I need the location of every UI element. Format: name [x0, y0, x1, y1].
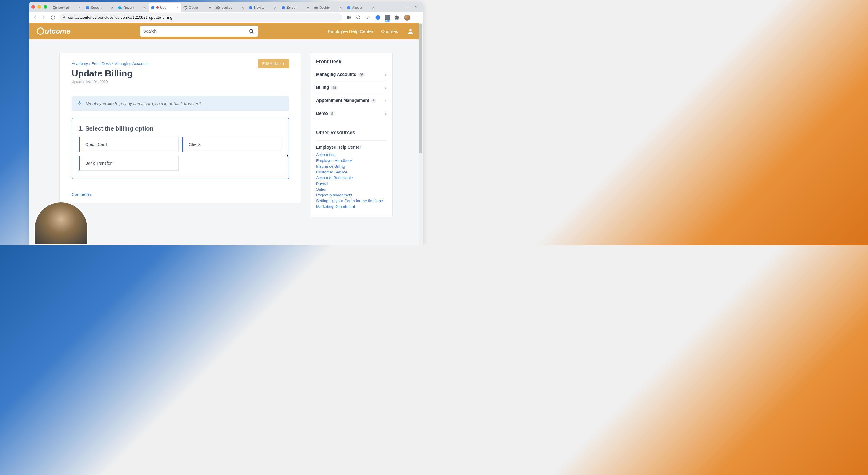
recording-indicator-icon [156, 6, 159, 9]
site-logo[interactable]: utcome [37, 27, 70, 35]
browser-tab[interactable]: Deskto× [312, 3, 345, 12]
scrollbar[interactable] [418, 23, 423, 245]
article-header: Academy/Front Desk/Managing Accounts Upd… [60, 53, 301, 90]
search-input[interactable] [143, 29, 245, 34]
minimize-window-button[interactable] [37, 5, 41, 9]
tab-close-icon[interactable]: × [339, 5, 343, 10]
breadcrumbs: Academy/Front Desk/Managing Accounts [72, 61, 289, 66]
browser-tab[interactable]: Screen× [279, 3, 312, 12]
tab-title: Recent [124, 6, 141, 9]
sidebar-resource-link[interactable]: Accounting [316, 152, 386, 158]
options-grid: Credit CardCheckBank Transfer [79, 137, 282, 171]
tab-title: Quote [189, 6, 207, 9]
sidebar-category-item[interactable]: Managing Accounts26› [316, 68, 386, 81]
svg-line-17 [252, 32, 254, 33]
tab-title: How to [254, 6, 272, 9]
sidebar-resource-link[interactable]: Sales [316, 186, 386, 192]
extensions-puzzle-icon[interactable] [395, 15, 400, 20]
chevron-right-icon: › [385, 85, 386, 90]
zoom-icon[interactable] [356, 15, 361, 20]
tab-close-icon[interactable]: × [143, 5, 147, 10]
tab-close-icon[interactable]: × [241, 5, 245, 10]
breadcrumb-link[interactable]: Managing Accounts [114, 61, 148, 66]
browser-tab[interactable]: Recent× [116, 3, 149, 12]
sidebar-category-item[interactable]: Billing19› [316, 81, 386, 94]
billing-option[interactable]: Bank Transfer [79, 156, 179, 171]
address-bar: contactcenter.screenstepslive.com/a/1210… [29, 12, 423, 23]
bookmark-star-icon[interactable]: ☆ [365, 15, 371, 20]
callout-text: Would you like to pay by credit card, ch… [86, 101, 201, 106]
recorder-extension-icon[interactable]: REC [385, 15, 390, 20]
browser-tab[interactable]: How to× [247, 3, 279, 12]
back-button[interactable] [32, 15, 37, 20]
sidebar-resource-link[interactable]: Setting Up your Cours for the first time [316, 198, 386, 204]
breadcrumb-link[interactable]: Academy [72, 61, 88, 66]
lock-icon [62, 15, 66, 19]
site-header: utcome Employee Help Center Courses [29, 23, 423, 39]
edit-article-button[interactable]: Edit Article ▾ [258, 59, 289, 68]
sidebar-resource-link[interactable]: Customer Service [316, 169, 386, 175]
comments-link[interactable]: Comments [60, 188, 301, 203]
browser-tab[interactable]: Locked× [51, 3, 84, 12]
extension-blue-icon[interactable] [375, 15, 380, 20]
sidebar-resource-link[interactable]: Insurance Billing [316, 163, 386, 169]
camera-icon[interactable] [346, 15, 351, 20]
sidebar-heading-front-desk: Front Desk [316, 59, 386, 64]
sidebar-item-label: Demo [316, 111, 328, 116]
close-window-button[interactable] [31, 5, 35, 9]
sidebar-item-count: 8 [371, 98, 376, 103]
tab-close-icon[interactable]: × [371, 5, 375, 10]
user-menu-icon[interactable] [406, 27, 415, 36]
tab-close-icon[interactable]: × [175, 5, 180, 10]
url-box[interactable]: contactcenter.screenstepslive.com/a/1210… [59, 13, 342, 22]
tab-close-icon[interactable]: × [306, 5, 310, 10]
site-search[interactable] [140, 26, 258, 37]
nav-help-center[interactable]: Employee Help Center [328, 29, 373, 34]
browser-tab[interactable]: Accour× [345, 3, 377, 12]
nav-courses[interactable]: Courses [381, 29, 398, 34]
billing-option[interactable]: Credit Card [79, 137, 179, 152]
tab-close-icon[interactable]: × [78, 5, 82, 10]
reload-button[interactable] [50, 15, 56, 20]
sidebar-item-label: Billing [316, 85, 329, 90]
browser-tab[interactable]: Locked× [214, 3, 247, 12]
sidebar-heading-other: Other Resources [316, 125, 386, 135]
search-button[interactable] [248, 28, 255, 35]
url-text: contactcenter.screenstepslive.com/a/1210… [68, 15, 172, 20]
billing-option[interactable]: Check [182, 137, 282, 152]
breadcrumb-link[interactable]: Front Desk [92, 61, 111, 66]
tab-close-icon[interactable]: × [273, 5, 277, 10]
sidebar-resource-link[interactable]: Accounts Receivable [316, 175, 386, 181]
profile-avatar[interactable] [404, 14, 410, 21]
maximize-window-button[interactable] [43, 5, 47, 9]
browser-tab[interactable]: Upd× [149, 3, 181, 12]
sidebar-resource-link[interactable]: Payroll [316, 181, 386, 186]
browser-window: Locked×Screen×Recent×Upd×Quote×Locked×Ho… [29, 2, 423, 245]
sidebar-category-item[interactable]: Appointment Management8› [316, 94, 386, 107]
tab-favicon-icon [248, 5, 253, 10]
new-tab-button[interactable]: + [403, 2, 411, 11]
sidebar-card: Front Desk Managing Accounts26›Billing19… [310, 53, 393, 217]
scrollbar-thumb[interactable] [419, 24, 422, 154]
tab-close-icon[interactable]: × [208, 5, 212, 10]
sidebar-category-item[interactable]: Demo5› [316, 107, 386, 120]
tab-favicon-icon [216, 5, 220, 10]
tab-overflow-icon[interactable] [412, 5, 421, 9]
browser-menu-button[interactable]: ⋮ [414, 15, 420, 20]
chevron-right-icon: › [385, 98, 386, 103]
header-nav: Employee Help Center Courses [328, 27, 415, 36]
sidebar-item-label: Managing Accounts [316, 72, 356, 77]
tab-title: Screen [91, 6, 108, 9]
sidebar-resource-link[interactable]: Project Management [316, 192, 386, 198]
forward-button[interactable] [41, 15, 46, 20]
logo-text: utcome [45, 27, 70, 35]
browser-tab[interactable]: Screen× [84, 3, 116, 12]
chevron-right-icon: › [385, 72, 386, 77]
sidebar-resource-link[interactable]: Employee Handbook [316, 158, 386, 163]
browser-tab[interactable]: Quote× [181, 3, 214, 12]
sidebar-subheading-help-center: Employee Help Center [316, 140, 386, 150]
svg-point-2 [151, 6, 154, 9]
step-box: 1. Select the billing option Credit Card… [72, 118, 289, 179]
tab-close-icon[interactable]: × [110, 5, 114, 10]
sidebar-resource-link[interactable]: Marketing Department [316, 204, 386, 210]
